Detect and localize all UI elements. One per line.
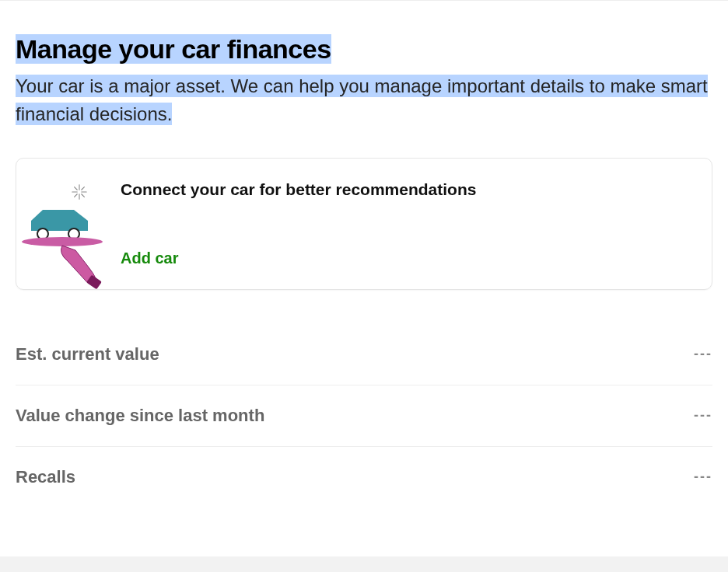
svg-line-6 <box>75 194 78 197</box>
page-title: Manage your car finances <box>16 34 331 64</box>
stat-value: --- <box>694 469 712 485</box>
car-icon <box>19 205 105 294</box>
connect-car-card: Connect your car for better recommendati… <box>16 158 712 290</box>
svg-line-5 <box>82 194 85 197</box>
car-stats-list: Est. current value --- Value change sinc… <box>16 324 712 507</box>
stat-label: Est. current value <box>16 344 159 364</box>
add-car-link[interactable]: Add car <box>121 249 178 267</box>
stat-value: --- <box>694 407 712 424</box>
stat-row-est-value: Est. current value --- <box>16 324 712 385</box>
sparkle-icon <box>71 183 88 204</box>
stat-label: Value change since last month <box>16 406 264 426</box>
car-finances-section: Manage your car finances Your car is a m… <box>0 0 728 507</box>
footer-block <box>0 556 728 572</box>
stat-row-recalls: Recalls --- <box>16 447 712 507</box>
stat-row-value-change: Value change since last month --- <box>16 385 712 447</box>
car-on-hand-illustration <box>19 180 105 267</box>
page-subtitle-wrap: Your car is a major asset. We can help y… <box>16 72 712 128</box>
hero: Manage your car finances Your car is a m… <box>16 32 712 128</box>
svg-point-10 <box>22 237 103 246</box>
svg-line-7 <box>82 187 85 190</box>
svg-line-4 <box>75 187 78 190</box>
card-title: Connect your car for better recommendati… <box>121 180 695 199</box>
page-subtitle: Your car is a major asset. We can help y… <box>16 75 708 125</box>
card-body: Connect your car for better recommendati… <box>121 180 695 267</box>
stat-label: Recalls <box>16 467 75 487</box>
stat-value: --- <box>694 346 712 362</box>
